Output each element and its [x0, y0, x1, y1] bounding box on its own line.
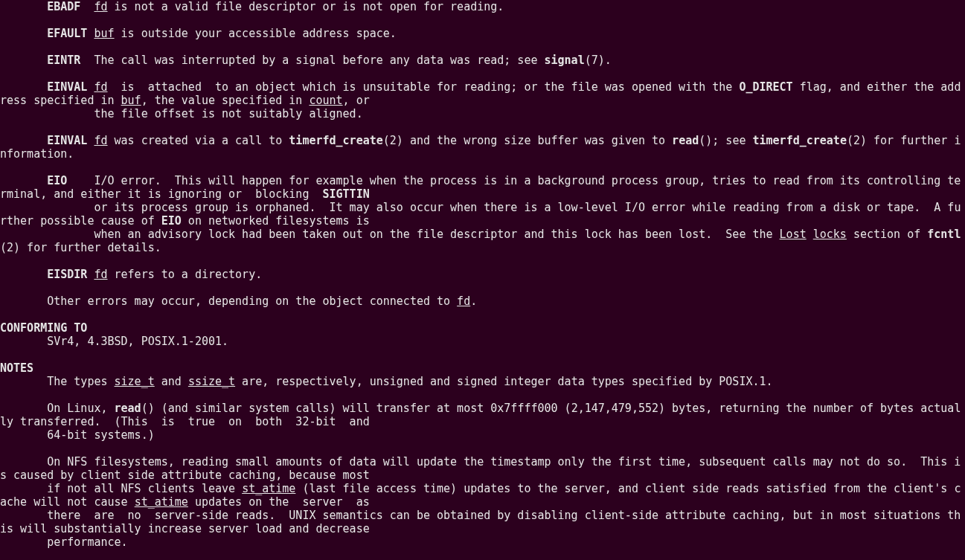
err-einval1-arg: fd [94, 80, 107, 94]
err-eintr-tag: EINTR [47, 54, 80, 67]
err-eio-fcntl: fcntl [927, 228, 961, 241]
err-eio-eio2: EIO [161, 214, 182, 228]
err-eisdir-tag: EISDIR [47, 268, 87, 281]
err-eio-t1: I/O error. This will happen for example … [0, 174, 961, 201]
notes-p1-ssizet: ssize_t [188, 375, 235, 388]
err-einval1-flag: O_DIRECT [739, 80, 792, 94]
err-einval1-t1: is attached to an object which is unsuit… [108, 80, 740, 94]
err-einval2-tfd: timerfd_create [289, 134, 382, 147]
notes-p2-read: read [115, 402, 141, 415]
notes-p2-t1: On Linux, [0, 402, 115, 415]
err-ebadf-arg: fd [94, 0, 107, 13]
notes-p3-st1: st_atime [242, 482, 295, 495]
err-efault-text: is outside your accessible address space… [115, 27, 397, 40]
err-einval2-tfd2: timerfd_create [752, 134, 846, 147]
err-eisdir-arg: fd [94, 268, 107, 281]
err-eio-l2a: or its process group is orphaned. It may… [0, 201, 961, 228]
err-einval1-t4: , or [343, 94, 370, 107]
conforming-text: SVr4, 4.3BSD, POSIX.1-2001. [0, 335, 228, 348]
err-einval2-t3: (); see [699, 134, 752, 147]
notes-p3-l4: performance. [0, 535, 128, 549]
err-einval2-tag: EINVAL [47, 134, 87, 147]
err-other-t2: . [470, 295, 477, 308]
err-einval1-count: count [309, 94, 342, 107]
err-eisdir-text: refers to a directory. [108, 268, 263, 281]
err-eio-l3a: when an advisory lock had been taken out… [0, 228, 780, 241]
err-einval1-t3: , the value specified in [141, 94, 310, 107]
err-eio-tag: EIO [47, 174, 67, 187]
err-eio-sp [807, 228, 813, 241]
notes-p3-st2: st_atime [135, 495, 188, 509]
err-einval1-tag: EINVAL [47, 80, 87, 94]
err-eintr-sig: signal [545, 54, 585, 67]
notes-p3-l3: there are no server-side reads. UNIX sem… [0, 509, 961, 535]
err-ebadf-text: is not a valid file descriptor or is not… [108, 0, 504, 13]
err-eio-locks: locks [813, 228, 847, 241]
err-ebadf-tag: EBADF [47, 0, 80, 13]
err-eintr-t2: (7). [585, 54, 612, 67]
err-eintr-t1: The call was interrupted by a signal bef… [80, 54, 544, 67]
err-eio-l3c: (2) for further details. [0, 241, 161, 254]
err-other-fd: fd [457, 295, 470, 308]
err-einval1-buf: buf [121, 94, 141, 107]
err-einval2-t2: (2) and the wrong size buffer was given … [383, 134, 672, 147]
notes-p1-t2: and [155, 375, 188, 388]
notes-p3-l1: On NFS filesystems, reading small amount… [0, 455, 961, 482]
notes-p2-t2: () (and similar system calls) will trans… [0, 402, 961, 428]
err-einval2-arg: fd [94, 134, 107, 147]
notes-p2-l2: 64-bit systems.) [0, 428, 155, 442]
err-einval2-t1: was created via a call to [108, 134, 289, 147]
section-notes: NOTES [0, 361, 33, 375]
notes-p1-sizet: size_t [115, 375, 155, 388]
err-einval1-line2: the file offset is not suitably aligned. [0, 107, 363, 120]
err-efault-arg: buf [94, 27, 114, 40]
err-efault-tag: EFAULT [47, 27, 87, 40]
err-eio-l2b: on networked filesystems is [182, 214, 370, 228]
err-eio-l3b: section of [847, 228, 927, 241]
notes-p3-l2a: if not all NFS clients leave [0, 482, 242, 495]
notes-p1-t3: are, respectively, unsigned and signed i… [235, 375, 772, 388]
notes-p1-t1: The types [0, 375, 115, 388]
err-eio-lost: Lost [780, 228, 807, 241]
notes-p3-l2c: updates on the server as [188, 495, 370, 509]
section-conforming: CONFORMING TO [0, 321, 87, 335]
manpage-content: EBADF fd is not a valid file descriptor … [0, 0, 965, 549]
err-eio-sig: SIGTTIN [322, 187, 369, 201]
err-einval2-read: read [672, 134, 699, 147]
err-other-t1: Other errors may occur, depending on the… [0, 295, 457, 308]
